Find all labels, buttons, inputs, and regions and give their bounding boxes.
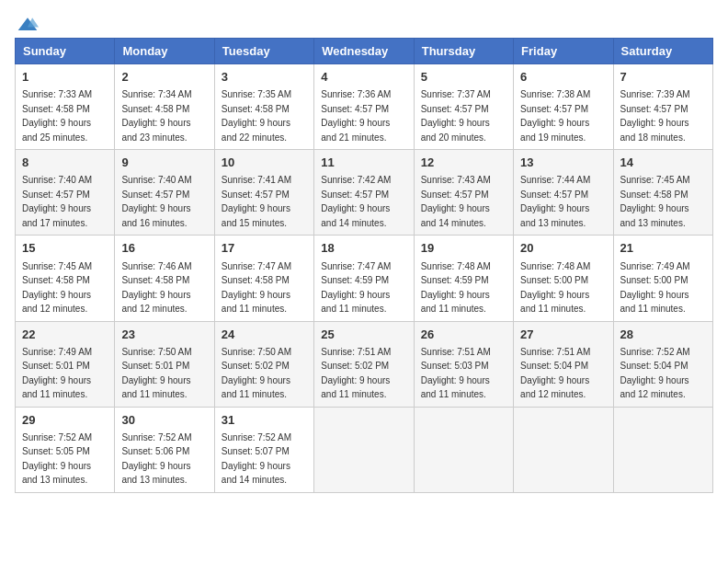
- calendar-cell: 26Sunrise: 7:51 AMSunset: 5:03 PMDayligh…: [414, 321, 513, 407]
- calendar-week-1: 1Sunrise: 7:33 AMSunset: 4:58 PMDaylight…: [16, 64, 713, 150]
- header-monday: Monday: [115, 39, 214, 64]
- logo: [15, 15, 39, 30]
- calendar-cell: 9Sunrise: 7:40 AMSunset: 4:57 PMDaylight…: [115, 150, 214, 236]
- day-info: Sunrise: 7:40 AMSunset: 4:57 PMDaylight:…: [121, 175, 191, 228]
- calendar-cell: 13Sunrise: 7:44 AMSunset: 4:57 PMDayligh…: [514, 150, 613, 236]
- calendar-week-5: 29Sunrise: 7:52 AMSunset: 5:05 PMDayligh…: [16, 407, 713, 492]
- calendar-cell: 21Sunrise: 7:49 AMSunset: 5:00 PMDayligh…: [613, 236, 712, 321]
- day-number: 2: [121, 69, 207, 86]
- day-info: Sunrise: 7:37 AMSunset: 4:57 PMDaylight:…: [421, 89, 491, 143]
- day-info: Sunrise: 7:36 AMSunset: 4:57 PMDaylight:…: [321, 89, 391, 143]
- calendar-cell: 15Sunrise: 7:45 AMSunset: 4:58 PMDayligh…: [16, 236, 115, 321]
- day-number: 24: [222, 327, 307, 343]
- calendar-header-row: SundayMondayTuesdayWednesdayThursdayFrid…: [16, 39, 713, 64]
- day-info: Sunrise: 7:47 AMSunset: 4:58 PMDaylight:…: [222, 261, 291, 315]
- day-info: Sunrise: 7:52 AMSunset: 5:04 PMDaylight:…: [620, 347, 690, 400]
- calendar-cell: 6Sunrise: 7:38 AMSunset: 4:57 PMDaylight…: [514, 64, 613, 150]
- calendar-cell: 23Sunrise: 7:50 AMSunset: 5:01 PMDayligh…: [115, 321, 214, 407]
- calendar-cell: 19Sunrise: 7:48 AMSunset: 4:59 PMDayligh…: [414, 236, 513, 321]
- calendar-cell: 22Sunrise: 7:49 AMSunset: 5:01 PMDayligh…: [16, 321, 115, 407]
- day-info: Sunrise: 7:48 AMSunset: 4:59 PMDaylight:…: [421, 261, 491, 315]
- day-number: 6: [520, 69, 606, 86]
- day-info: Sunrise: 7:52 AMSunset: 5:07 PMDaylight:…: [222, 432, 291, 486]
- calendar-cell: 14Sunrise: 7:45 AMSunset: 4:58 PMDayligh…: [613, 150, 712, 236]
- day-info: Sunrise: 7:39 AMSunset: 4:57 PMDaylight:…: [620, 89, 690, 143]
- day-info: Sunrise: 7:51 AMSunset: 5:04 PMDaylight:…: [520, 347, 590, 400]
- calendar-cell: 2Sunrise: 7:34 AMSunset: 4:58 PMDaylight…: [115, 64, 214, 150]
- day-number: 12: [421, 155, 506, 171]
- header-thursday: Thursday: [414, 39, 513, 64]
- day-info: Sunrise: 7:40 AMSunset: 4:57 PMDaylight:…: [22, 175, 92, 228]
- calendar-cell: 20Sunrise: 7:48 AMSunset: 5:00 PMDayligh…: [514, 236, 613, 321]
- calendar-week-4: 22Sunrise: 7:49 AMSunset: 5:01 PMDayligh…: [16, 321, 713, 407]
- calendar-cell: 16Sunrise: 7:46 AMSunset: 4:58 PMDayligh…: [115, 236, 214, 321]
- calendar-week-2: 8Sunrise: 7:40 AMSunset: 4:57 PMDaylight…: [16, 150, 713, 236]
- header-wednesday: Wednesday: [314, 39, 414, 64]
- day-number: 18: [321, 240, 406, 257]
- day-number: 28: [620, 327, 706, 343]
- day-info: Sunrise: 7:50 AMSunset: 5:02 PMDaylight:…: [222, 347, 291, 400]
- day-info: Sunrise: 7:38 AMSunset: 4:57 PMDaylight:…: [520, 89, 590, 143]
- calendar-cell: 31Sunrise: 7:52 AMSunset: 5:07 PMDayligh…: [214, 407, 313, 492]
- day-info: Sunrise: 7:49 AMSunset: 5:01 PMDaylight:…: [22, 347, 92, 400]
- day-info: Sunrise: 7:45 AMSunset: 4:58 PMDaylight:…: [22, 261, 92, 315]
- calendar-cell: 24Sunrise: 7:50 AMSunset: 5:02 PMDayligh…: [214, 321, 313, 407]
- day-info: Sunrise: 7:52 AMSunset: 5:06 PMDaylight:…: [121, 432, 191, 486]
- calendar-cell: 11Sunrise: 7:42 AMSunset: 4:57 PMDayligh…: [314, 150, 414, 236]
- day-info: Sunrise: 7:52 AMSunset: 5:05 PMDaylight:…: [22, 432, 92, 486]
- day-info: Sunrise: 7:50 AMSunset: 5:01 PMDaylight:…: [121, 347, 191, 400]
- day-number: 29: [22, 412, 108, 429]
- day-number: 19: [421, 240, 506, 257]
- day-info: Sunrise: 7:34 AMSunset: 4:58 PMDaylight:…: [121, 89, 191, 143]
- day-number: 9: [121, 155, 207, 171]
- day-number: 22: [22, 327, 108, 343]
- day-number: 17: [222, 240, 307, 257]
- calendar-cell: 25Sunrise: 7:51 AMSunset: 5:02 PMDayligh…: [314, 321, 414, 407]
- calendar-table: SundayMondayTuesdayWednesdayThursdayFrid…: [15, 38, 713, 493]
- day-info: Sunrise: 7:42 AMSunset: 4:57 PMDaylight:…: [321, 175, 391, 228]
- calendar-cell: 3Sunrise: 7:35 AMSunset: 4:58 PMDaylight…: [214, 64, 313, 150]
- day-number: 1: [22, 69, 108, 86]
- calendar-cell: 8Sunrise: 7:40 AMSunset: 4:57 PMDaylight…: [16, 150, 115, 236]
- day-number: 7: [620, 69, 706, 86]
- header-friday: Friday: [514, 39, 613, 64]
- day-number: 5: [421, 69, 506, 86]
- day-info: Sunrise: 7:51 AMSunset: 5:02 PMDaylight:…: [321, 347, 391, 400]
- day-number: 16: [121, 240, 207, 257]
- day-info: Sunrise: 7:46 AMSunset: 4:58 PMDaylight:…: [121, 261, 191, 315]
- calendar-cell: [613, 407, 712, 492]
- calendar-week-3: 15Sunrise: 7:45 AMSunset: 4:58 PMDayligh…: [16, 236, 713, 321]
- day-number: 21: [620, 240, 706, 257]
- day-info: Sunrise: 7:33 AMSunset: 4:58 PMDaylight:…: [22, 89, 92, 143]
- day-number: 25: [321, 327, 406, 343]
- logo-icon: [17, 16, 39, 34]
- day-info: Sunrise: 7:49 AMSunset: 5:00 PMDaylight:…: [620, 261, 690, 315]
- calendar-cell: 29Sunrise: 7:52 AMSunset: 5:05 PMDayligh…: [16, 407, 115, 492]
- calendar-cell: 5Sunrise: 7:37 AMSunset: 4:57 PMDaylight…: [414, 64, 513, 150]
- calendar-cell: 30Sunrise: 7:52 AMSunset: 5:06 PMDayligh…: [115, 407, 214, 492]
- day-info: Sunrise: 7:43 AMSunset: 4:57 PMDaylight:…: [421, 175, 491, 228]
- day-number: 15: [22, 240, 108, 257]
- day-number: 23: [121, 327, 207, 343]
- calendar-cell: 18Sunrise: 7:47 AMSunset: 4:59 PMDayligh…: [314, 236, 414, 321]
- day-info: Sunrise: 7:51 AMSunset: 5:03 PMDaylight:…: [421, 347, 491, 400]
- calendar-cell: [514, 407, 613, 492]
- calendar-cell: 17Sunrise: 7:47 AMSunset: 4:58 PMDayligh…: [214, 236, 313, 321]
- header-tuesday: Tuesday: [214, 39, 313, 64]
- day-number: 10: [222, 155, 307, 171]
- day-number: 30: [121, 412, 207, 429]
- day-info: Sunrise: 7:44 AMSunset: 4:57 PMDaylight:…: [520, 175, 590, 228]
- calendar-cell: 4Sunrise: 7:36 AMSunset: 4:57 PMDaylight…: [314, 64, 414, 150]
- day-info: Sunrise: 7:45 AMSunset: 4:58 PMDaylight:…: [620, 175, 690, 228]
- day-number: 8: [22, 155, 108, 171]
- day-number: 31: [222, 412, 307, 429]
- day-number: 13: [520, 155, 606, 171]
- day-number: 4: [321, 69, 406, 86]
- calendar-cell: 1Sunrise: 7:33 AMSunset: 4:58 PMDaylight…: [16, 64, 115, 150]
- calendar-cell: 7Sunrise: 7:39 AMSunset: 4:57 PMDaylight…: [613, 64, 712, 150]
- day-number: 14: [620, 155, 706, 171]
- calendar-cell: [414, 407, 513, 492]
- calendar-cell: 12Sunrise: 7:43 AMSunset: 4:57 PMDayligh…: [414, 150, 513, 236]
- calendar-cell: 10Sunrise: 7:41 AMSunset: 4:57 PMDayligh…: [214, 150, 313, 236]
- day-number: 27: [520, 327, 606, 343]
